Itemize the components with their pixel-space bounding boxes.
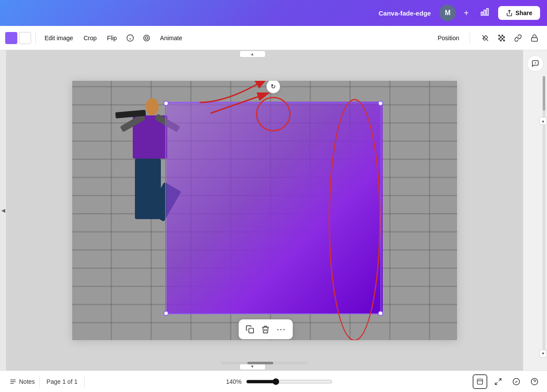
zoom-percent-label: 140% [220,378,242,385]
zoom-slider[interactable] [246,378,333,385]
checkerboard-icon-button[interactable] [494,32,509,45]
scroll-arrow-down[interactable]: ▼ [539,350,547,357]
svg-rect-9 [499,35,500,36]
svg-rect-14 [502,38,503,40]
svg-rect-2 [487,8,489,15]
toolbar-right-icons [478,32,542,45]
toolbar-divider-2 [470,32,470,44]
comment-button[interactable] [527,55,544,72]
svg-rect-26 [477,379,483,384]
svg-rect-13 [499,38,500,40]
image-toolbar: Edit image Crop Flip Animate Position [0,26,547,50]
toolbar-divider-1 [35,32,36,44]
zoom-controls: 140% [211,378,341,385]
color-swatch-white[interactable] [19,32,31,44]
horizontal-scrollbar-thumb [247,362,273,364]
bottom-right-buttons [467,374,542,389]
link-icon-button[interactable] [511,32,525,45]
svg-line-29 [495,382,497,384]
purple-fade-element[interactable] [166,102,383,313]
right-scrollbar-thumb [543,76,545,111]
svg-rect-15 [500,39,502,41]
svg-rect-11 [500,36,502,38]
page-info: Page 1 of 1 [40,376,85,388]
svg-rect-0 [481,12,483,15]
position-button[interactable]: Position [432,32,465,44]
page-view-button[interactable] [473,374,487,389]
checkmark-button[interactable] [509,374,524,389]
main-content-area: ◀ ▲ ▼ [0,50,547,370]
animate-button[interactable]: Animate [156,32,186,44]
user-avatar[interactable]: M [439,5,456,21]
svg-rect-16 [503,39,505,41]
add-button[interactable]: + [461,6,471,20]
canvas-page: ↻ ··· [72,81,457,340]
top-navigation-bar: Canva-fade-edge M + Share [0,0,547,26]
help-button[interactable] [527,374,542,389]
svg-line-28 [499,379,501,381]
info-icon-button[interactable] [123,32,138,45]
notes-label: Notes [19,378,35,385]
right-panel: ▲ ▼ [523,50,547,370]
edit-image-button[interactable]: Edit image [40,32,77,44]
chart-icon-button[interactable] [477,6,493,21]
left-scroll-arrow[interactable]: ◀ [1,207,5,214]
horizontal-scrollbar[interactable] [221,362,308,364]
lock-icon-button[interactable] [527,32,542,45]
color-swatch-purple[interactable] [5,32,17,44]
svg-rect-1 [484,10,486,15]
share-button[interactable]: Share [498,6,540,20]
svg-rect-12 [503,36,505,38]
animate-circle-icon[interactable] [139,32,154,45]
canvas-scroll-up[interactable]: ▲ [240,51,266,57]
flip-button[interactable]: Flip [103,32,122,44]
svg-rect-17 [531,38,537,41]
crop-button[interactable]: Crop [79,32,101,44]
canvas-area[interactable]: ▲ ▼ [6,50,523,370]
fullscreen-button[interactable] [491,374,505,389]
svg-point-8 [145,37,148,39]
notes-button[interactable]: Notes [5,376,40,388]
paint-bucket-icon-button[interactable] [478,32,493,45]
scroll-arrow-up[interactable]: ▲ [539,117,547,125]
project-name: Canva-fade-edge [379,10,431,17]
svg-rect-10 [502,35,503,36]
bottom-bar: Notes Page 1 of 1 140% [0,370,547,392]
left-panel: ◀ [0,50,6,370]
svg-point-7 [144,35,150,41]
share-label: Share [515,10,532,16]
